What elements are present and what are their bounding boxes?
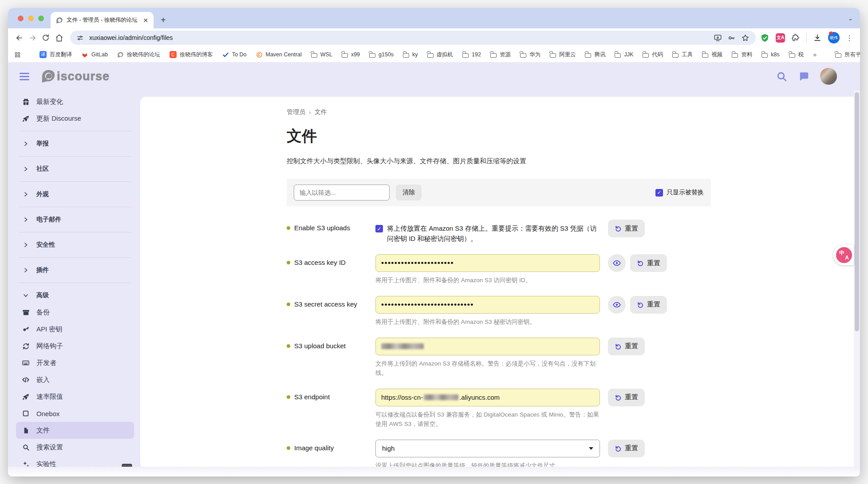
- bookmark-csdn-blog[interactable]: C徐晓伟的博客: [170, 51, 213, 59]
- extensions-puzzle-icon[interactable]: [791, 33, 800, 42]
- sidebar-item-embedding[interactable]: 嵌入: [16, 371, 134, 388]
- eye-icon: [612, 300, 621, 309]
- site-settings-icon[interactable]: [76, 34, 84, 42]
- user-avatar[interactable]: [820, 68, 837, 85]
- bookmark-folder-video[interactable]: 视频: [702, 51, 722, 59]
- bookmarks-overflow-icon[interactable]: »: [813, 51, 817, 58]
- bookmark-baidu-translate[interactable]: 译百度翻译: [39, 51, 72, 59]
- filter-input[interactable]: [294, 185, 390, 201]
- bookmark-discourse-forum[interactable]: 徐晓伟的论坛: [117, 51, 160, 59]
- sidebar-item-update-discourse[interactable]: 更新 Discourse: [16, 110, 134, 127]
- browser-tab[interactable]: 文件 - 管理员 - 徐晓伟的论坛 ✕: [51, 12, 154, 28]
- reset-button[interactable]: 重置: [608, 440, 645, 457]
- sidebar-item-developer[interactable]: 开发者: [16, 354, 134, 371]
- reset-button[interactable]: 重置: [630, 296, 667, 314]
- page-scrollbar[interactable]: [854, 91, 860, 476]
- chrome-menu-icon[interactable]: ⋮: [846, 34, 853, 42]
- s3-endpoint-input[interactable]: https://oss-cn-.aliyuncs.com: [375, 389, 600, 406]
- sidebar-section-community[interactable]: 社区: [16, 161, 134, 177]
- profile-avatar[interactable]: 晓伟: [828, 32, 840, 43]
- s3-secret-access-key-input[interactable]: ••••••••••••••••••••••••••••: [375, 296, 600, 314]
- bookmark-folder-wsl[interactable]: WSL: [311, 51, 332, 58]
- sidebar-item-webhooks[interactable]: 网络钩子: [16, 338, 134, 354]
- sidebar-item-search-settings[interactable]: 搜索设置: [16, 439, 134, 456]
- s3-access-key-id-input[interactable]: ••••••••••••••••••••••: [375, 254, 600, 272]
- url-text[interactable]: xuxiaowei.io/admin/config/files: [89, 34, 708, 41]
- only-overridden-toggle[interactable]: 只显示被替换: [655, 189, 704, 197]
- s3-upload-bucket-input[interactable]: [375, 338, 600, 355]
- bookmark-folder-aliyun[interactable]: 阿里云: [550, 51, 576, 59]
- sidebar-item-onebox[interactable]: Onebox: [16, 405, 134, 422]
- apps-grid-icon[interactable]: [14, 51, 21, 58]
- tab-search-chevron-icon[interactable]: ⌄: [848, 15, 853, 22]
- home-icon[interactable]: [52, 31, 66, 44]
- bookmark-folder-tools[interactable]: 工具: [672, 51, 693, 59]
- bookmark-folder-vm[interactable]: 虚拟机: [427, 51, 454, 59]
- bookmark-folder-ky[interactable]: ky: [403, 51, 418, 58]
- redacted-value: [424, 394, 458, 400]
- bookmark-todo[interactable]: To Do: [222, 51, 247, 58]
- reset-button[interactable]: 重置: [608, 220, 645, 237]
- close-window-button[interactable]: [18, 16, 24, 21]
- sidebar-item-rate-limits[interactable]: 速率限值: [16, 388, 134, 405]
- bookmark-folder-ziyuan[interactable]: 资源: [490, 51, 511, 59]
- code-icon: [21, 376, 30, 384]
- install-app-icon[interactable]: [714, 34, 722, 42]
- bookmark-folder-x99[interactable]: x99: [342, 51, 360, 58]
- sidebar-section-reports[interactable]: 举报: [16, 135, 134, 152]
- image-quality-select[interactable]: high: [375, 440, 600, 457]
- back-icon[interactable]: [12, 31, 26, 44]
- bookmark-star-icon[interactable]: [741, 34, 750, 42]
- enable-s3-uploads-checkbox-row[interactable]: 将上传放置在 Amazon S3 存储上。重要提示：需要有效的 S3 凭据（访问…: [375, 220, 600, 244]
- bookmark-maven-central[interactable]: Maven Central: [256, 51, 302, 58]
- folder-icon: [835, 53, 841, 58]
- checkbox-checked-icon[interactable]: [375, 225, 383, 232]
- new-tab-button[interactable]: +: [161, 16, 166, 24]
- floating-translate-button[interactable]: 中A: [833, 245, 854, 265]
- checkbox-checked-icon[interactable]: [655, 189, 663, 197]
- bookmark-folder-tax[interactable]: 税: [789, 51, 804, 59]
- reload-icon[interactable]: [39, 31, 52, 44]
- scrollbar-thumb[interactable]: [855, 92, 859, 331]
- all-bookmarks-folder[interactable]: 所有书签: [835, 51, 860, 59]
- bookmark-folder-code[interactable]: 代码: [643, 51, 663, 59]
- sidebar-section-email[interactable]: 电子邮件: [16, 211, 134, 228]
- sidebar-section-plugins[interactable]: 插件: [16, 262, 134, 279]
- sidebar-item-backups[interactable]: 备份: [16, 304, 134, 321]
- reset-button[interactable]: 重置: [630, 254, 667, 272]
- bookmark-folder-huawei[interactable]: 华为: [520, 51, 541, 59]
- url-bar[interactable]: xuxiaowei.io/admin/config/files: [70, 31, 756, 45]
- sidebar-section-advanced[interactable]: 高级: [16, 287, 134, 304]
- overridden-dot: [287, 303, 290, 306]
- sidebar-item-files[interactable]: 文件: [16, 422, 134, 439]
- downloads-icon[interactable]: [813, 33, 822, 42]
- bookmark-folder-192[interactable]: 192: [462, 51, 481, 58]
- bookmark-gitlab[interactable]: GitLab: [81, 51, 108, 58]
- bookmark-folder-g150s[interactable]: g150s: [369, 51, 394, 58]
- chat-icon[interactable]: [798, 71, 809, 82]
- forward-icon[interactable]: [26, 31, 39, 44]
- reveal-secret-button[interactable]: [608, 254, 626, 272]
- discourse-logo[interactable]: iscourse: [41, 69, 110, 84]
- sidebar-section-security[interactable]: 安全性: [16, 236, 134, 253]
- sidebar-section-appearance[interactable]: 外观: [16, 186, 134, 203]
- clear-filter-button[interactable]: 清除: [396, 185, 422, 201]
- reset-button[interactable]: 重置: [608, 389, 645, 406]
- reveal-secret-button[interactable]: [608, 296, 626, 314]
- sidebar-item-api-keys[interactable]: API 密钥: [16, 321, 134, 338]
- bookmark-folder-jjk[interactable]: JJK: [615, 51, 633, 58]
- reset-button[interactable]: 重置: [608, 338, 645, 355]
- sidebar-item-whats-new[interactable]: 最新变化: [16, 93, 134, 110]
- bookmark-folder-k8s[interactable]: k8s: [761, 51, 779, 58]
- password-key-icon[interactable]: [727, 34, 736, 42]
- minimize-window-button[interactable]: [28, 16, 34, 21]
- breadcrumb-admin-link[interactable]: 管理员: [287, 108, 305, 116]
- bookmark-folder-ziliao[interactable]: 资料: [732, 51, 752, 59]
- search-icon[interactable]: [776, 71, 787, 82]
- maximize-window-button[interactable]: [38, 16, 44, 21]
- hamburger-menu-icon[interactable]: [20, 73, 29, 80]
- bookmark-folder-tencent[interactable]: 腾讯: [585, 51, 605, 59]
- translate-extension-icon[interactable]: 文A: [776, 33, 785, 43]
- adblock-shield-icon[interactable]: [760, 33, 769, 43]
- tab-close-icon[interactable]: ✕: [141, 17, 150, 24]
